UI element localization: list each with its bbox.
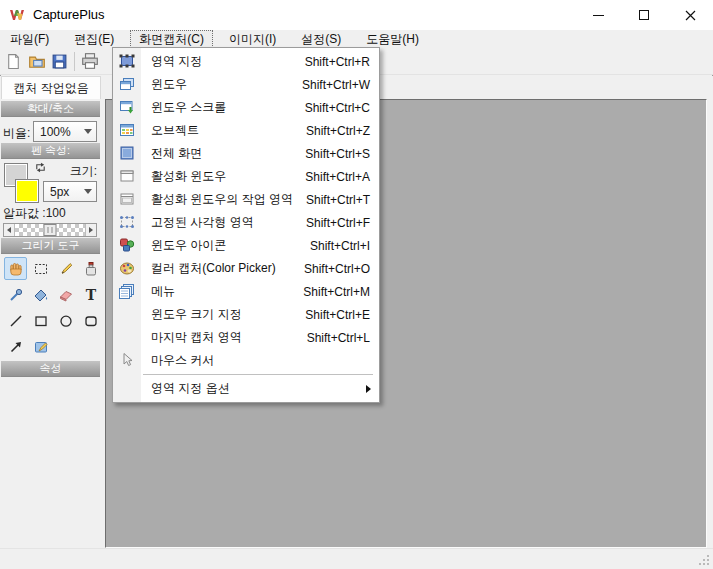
menu-item-label: 활성화 윈도우 <box>151 168 226 185</box>
resize-grip-icon[interactable] <box>698 554 710 566</box>
menu-edit[interactable]: 편집(E) <box>65 30 123 48</box>
tool-eraser[interactable] <box>54 283 77 306</box>
alpha-slider[interactable] <box>3 223 97 237</box>
pen-size-select[interactable]: 5px <box>43 181 97 202</box>
save-button[interactable] <box>48 50 71 73</box>
tool-marquee[interactable] <box>29 257 52 280</box>
menu-file[interactable]: 파일(F) <box>1 30 58 48</box>
screen-capture-dropdown: 영역 지정 Shift+Ctrl+R 윈도우 Shift+Ctrl+W 윈도우 … <box>112 47 380 403</box>
rectangle-icon <box>33 313 49 329</box>
tool-arrow[interactable] <box>4 335 27 358</box>
glue-bottle-icon <box>83 261 99 277</box>
menu-item-shortcut: Shift+Ctrl+R <box>305 55 370 69</box>
text-tool-icon: T <box>83 287 99 303</box>
menu-screen-capture[interactable]: 화면캡처(C) <box>130 30 213 48</box>
color-picker-icon <box>119 260 135 276</box>
menu-item-window-icon[interactable]: 윈도우 아이콘 Shift+Ctrl+I <box>113 234 379 257</box>
menu-separator <box>143 374 373 375</box>
note-icon <box>33 339 49 355</box>
tool-eyedropper[interactable] <box>4 283 27 306</box>
swap-colors-icon[interactable] <box>34 161 47 174</box>
menu-item-label: 마지막 캡처 영역 <box>151 329 242 346</box>
capture-tab[interactable]: 캡처 작업없음 <box>1 76 101 99</box>
menu-item-label: 마우스 커서 <box>151 352 214 369</box>
menu-item-region-select-options[interactable]: 영역 지정 옵션 <box>113 377 379 399</box>
tool-pencil[interactable] <box>54 257 77 280</box>
menu-item-label: 윈도우 <box>151 76 187 93</box>
alpha-decrease-arrow[interactable] <box>4 224 15 236</box>
menu-item-color-picker[interactable]: 컬러 캡처(Color Picker) Shift+Ctrl+O <box>113 257 379 280</box>
close-button[interactable] <box>667 0 713 30</box>
menu-item-mouse-cursor[interactable]: 마우스 커서 <box>113 349 379 372</box>
menu-item-object[interactable]: 오브젝트 Shift+Ctrl+Z <box>113 119 379 142</box>
menu-item-label: 영역 지정 옵션 <box>151 380 230 397</box>
pen-size-label: 크기: <box>58 163 97 180</box>
open-button[interactable] <box>25 50 48 73</box>
minimize-button[interactable] <box>575 0 621 30</box>
tool-fill[interactable] <box>29 283 52 306</box>
menu-item-window[interactable]: 윈도우 Shift+Ctrl+W <box>113 73 379 96</box>
menu-item-label: 윈도우 스크롤 <box>151 99 226 116</box>
tool-line[interactable] <box>4 309 27 332</box>
alpha-increase-arrow[interactable] <box>85 224 96 236</box>
primary-color-swatch[interactable] <box>15 179 39 203</box>
ratio-label: 비율: <box>3 125 30 142</box>
active-window-icon <box>119 168 135 184</box>
left-arrow-icon <box>7 227 11 233</box>
menu-item-shortcut: Shift+Ctrl+L <box>307 331 370 345</box>
chevron-down-icon <box>84 189 92 194</box>
menu-item-menu-capture[interactable]: 메뉴 Shift+Ctrl+M <box>113 280 379 303</box>
menu-item-window-scroll[interactable]: 윈도우 스크롤 Shift+Ctrl+C <box>113 96 379 119</box>
maximize-button[interactable] <box>621 0 667 30</box>
window-scroll-icon <box>119 99 135 115</box>
region-select-icon <box>119 53 135 69</box>
tool-note[interactable] <box>29 335 52 358</box>
line-icon <box>8 313 24 329</box>
circle-icon <box>58 313 74 329</box>
menu-item-shortcut: Shift+Ctrl+S <box>305 147 370 161</box>
menu-help[interactable]: 도움말(H) <box>357 30 428 48</box>
menu-image[interactable]: 이미지(I) <box>220 30 285 48</box>
print-icon <box>81 52 99 70</box>
menu-item-shortcut: Shift+Ctrl+W <box>302 78 370 92</box>
active-window-client-area-icon <box>119 191 135 207</box>
menu-item-label: 영역 지정 <box>151 53 202 70</box>
print-button[interactable] <box>78 50 101 73</box>
tool-circle[interactable] <box>54 309 77 332</box>
alpha-slider-thumb[interactable] <box>44 224 57 236</box>
menu-item-region-select[interactable]: 영역 지정 Shift+Ctrl+R <box>113 50 379 73</box>
menu-item-shortcut: Shift+Ctrl+Z <box>306 124 370 138</box>
alpha-slider-track[interactable] <box>15 224 85 236</box>
save-icon <box>51 53 68 70</box>
app-window: CapturePlus 파일(F) 편집(E) 화면캡처(C) 이미지(I) 설… <box>0 0 713 569</box>
menu-settings[interactable]: 설정(S) <box>292 30 350 48</box>
new-document-button[interactable] <box>2 50 25 73</box>
menu-item-active-window[interactable]: 활성화 윈도우 Shift+Ctrl+A <box>113 165 379 188</box>
menu-item-fixed-rect-region[interactable]: 고정된 사각형 영역 Shift+Ctrl+F <box>113 211 379 234</box>
menu-item-active-window-client-area[interactable]: 활성화 윈도우의 작업 영역 Shift+Ctrl+T <box>113 188 379 211</box>
tool-rounded-rectangle[interactable] <box>79 309 102 332</box>
new-document-icon <box>5 53 22 70</box>
menu-item-last-capture-region[interactable]: 마지막 캡처 영역 Shift+Ctrl+L <box>113 326 379 349</box>
open-folder-icon <box>28 52 46 70</box>
right-margin <box>707 99 713 548</box>
ratio-value: 100% <box>40 125 71 139</box>
tool-text[interactable]: T <box>79 283 102 306</box>
close-icon <box>685 10 696 21</box>
menu-item-label: 고정된 사각형 영역 <box>151 214 254 231</box>
ratio-select[interactable]: 100% <box>33 121 97 142</box>
alpha-label: 알파값 :100 <box>3 205 66 222</box>
menu-bar: 파일(F) 편집(E) 화면캡처(C) 이미지(I) 설정(S) 도움말(H) <box>0 30 713 48</box>
draw-tools-section-header: 그리기 도구 <box>1 238 100 254</box>
menu-item-label: 메뉴 <box>151 283 175 300</box>
pen-section-header: 펜 속성: <box>1 143 100 159</box>
tool-glue-bottle[interactable] <box>79 257 102 280</box>
tool-rectangle[interactable] <box>29 309 52 332</box>
menu-item-shortcut: Shift+Ctrl+F <box>306 216 370 230</box>
rounded-rectangle-icon <box>83 313 99 329</box>
tool-hand[interactable] <box>4 257 27 280</box>
menu-item-window-size[interactable]: 윈도우 크기 지정 Shift+Ctrl+E <box>113 303 379 326</box>
menu-item-full-screen[interactable]: 전체 화면 Shift+Ctrl+S <box>113 142 379 165</box>
app-logo-icon <box>9 7 25 23</box>
menu-item-label: 컬러 캡처(Color Picker) <box>151 260 276 277</box>
